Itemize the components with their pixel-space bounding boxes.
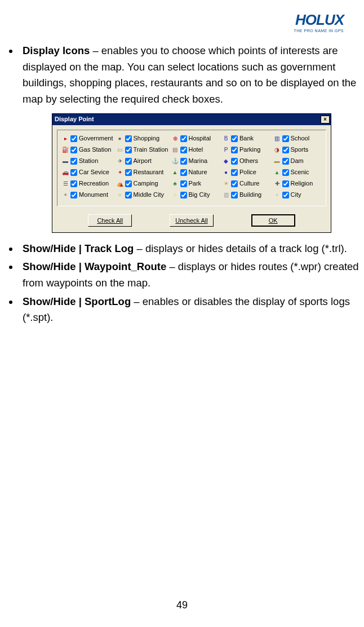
poi-checkbox[interactable] [282, 158, 289, 165]
poi-checkbox[interactable] [231, 180, 238, 187]
poi-checkbox[interactable] [231, 169, 238, 176]
poi-checkbox[interactable] [125, 192, 132, 198]
poi-item: ○Big City [172, 190, 220, 200]
poi-icon: ● [223, 169, 229, 176]
dialog-title: Display Point [55, 114, 94, 124]
poi-icon: B [223, 135, 229, 142]
poi-item: ●Shopping [117, 134, 168, 144]
poi-icon: ✚ [274, 180, 281, 187]
poi-icon: ▲ [172, 169, 179, 176]
poi-label: Police [239, 167, 256, 177]
poi-checkbox[interactable] [282, 147, 289, 153]
poi-item: ○Middle City [117, 190, 168, 200]
poi-item: ✚Religion [274, 179, 322, 189]
poi-icon: ☰ [62, 180, 69, 187]
poi-checkbox[interactable] [180, 180, 187, 187]
logo-text: HOLUX [3, 11, 344, 29]
poi-item: ✈Airport [117, 156, 168, 166]
poi-checkbox[interactable] [282, 192, 289, 198]
poi-item: ▲Nature [172, 167, 220, 178]
poi-checkbox[interactable] [70, 180, 77, 187]
page-number: 49 [0, 599, 364, 611]
poi-checkbox[interactable] [282, 169, 289, 176]
feature-list: Display Icons – enables you to choose wh… [3, 43, 361, 326]
poi-checkbox[interactable] [70, 158, 77, 165]
poi-label: Religion [291, 179, 313, 188]
poi-label: Shopping [134, 134, 160, 143]
dialog-screenshot: Display Point × ▸Government●Shopping⊕Hos… [23, 113, 361, 233]
poi-checkbox[interactable] [231, 158, 238, 165]
poi-item: ▫City [274, 190, 322, 200]
poi-item: ◑Sports [274, 145, 322, 155]
poi-checkbox[interactable] [282, 180, 289, 187]
poi-item: ▲Scenic [274, 167, 322, 178]
close-icon[interactable]: × [321, 116, 330, 123]
poi-label: Park [189, 179, 202, 188]
uncheck-all-button[interactable]: Uncheck All [170, 214, 214, 227]
poi-item: ▤Hotel [172, 145, 220, 155]
poi-item: ▬Station [62, 156, 113, 166]
poi-icon: ◑ [274, 147, 281, 153]
poi-checkbox[interactable] [180, 147, 187, 153]
poi-label: Car Sevice [79, 167, 109, 177]
poi-checkbox[interactable] [70, 192, 77, 198]
poi-checkbox[interactable] [180, 135, 187, 142]
poi-icon: ✦ [62, 192, 69, 198]
poi-label: Others [239, 156, 258, 166]
poi-icon: ▬ [274, 158, 281, 165]
poi-item: ▬Dam [274, 156, 322, 166]
poi-label: Train Station [134, 145, 168, 154]
poi-checkbox[interactable] [180, 169, 187, 176]
poi-label: School [291, 134, 310, 143]
poi-checkbox[interactable] [282, 135, 289, 142]
poi-label: Sports [291, 145, 309, 154]
poi-label: Big City [189, 190, 210, 200]
poi-item: ☀Culture [223, 179, 270, 189]
poi-label: Scenic [291, 167, 309, 177]
poi-icon: ☀ [223, 180, 229, 187]
list-item: Show/Hide | SportLog – enables or disabl… [19, 294, 361, 326]
poi-checkbox[interactable] [70, 135, 77, 142]
poi-label: Culture [239, 179, 259, 188]
poi-label: Hospital [189, 134, 211, 143]
poi-checkbox[interactable] [125, 180, 132, 187]
poi-icon: ▥ [274, 135, 281, 142]
poi-icon: ⛽ [62, 147, 69, 153]
poi-checkbox[interactable] [125, 158, 132, 165]
poi-checkbox[interactable] [231, 135, 238, 142]
poi-label: Building [239, 190, 261, 200]
poi-checkbox[interactable] [231, 147, 238, 153]
poi-checkbox[interactable] [125, 169, 132, 176]
list-item: Show/Hide | Waypoint_Route – displays or… [19, 259, 361, 291]
poi-checkbox[interactable] [70, 169, 77, 176]
poi-icon: ⊕ [172, 135, 179, 142]
list-item: Show/Hide | Track Log – displays or hide… [19, 241, 361, 257]
poi-checkbox[interactable] [125, 147, 132, 153]
poi-icon: ● [117, 135, 123, 142]
poi-checkbox[interactable] [70, 147, 77, 153]
check-all-button[interactable]: Check All [88, 214, 132, 227]
poi-icon: 🚗 [62, 169, 69, 176]
poi-icon: ▥ [223, 192, 229, 198]
poi-item: ▸Government [62, 134, 113, 144]
poi-item: ●Police [223, 167, 270, 178]
poi-label: Government [79, 134, 113, 143]
poi-item: ▭Train Station [117, 145, 168, 155]
poi-item: ◆Others [223, 156, 270, 166]
dialog-buttons: Check All Uncheck All OK [52, 211, 331, 232]
ok-button[interactable]: OK [251, 214, 295, 227]
poi-checkbox[interactable] [231, 192, 238, 198]
poi-icon: ▬ [62, 158, 69, 165]
poi-checkbox[interactable] [180, 192, 187, 198]
poi-checkbox[interactable] [180, 158, 187, 165]
poi-label: Recreation [79, 179, 109, 188]
poi-item: ⛽Gas Station [62, 145, 113, 155]
poi-label: Bank [239, 134, 254, 143]
poi-label: Gas Station [79, 145, 111, 154]
poi-icon: ▭ [117, 147, 123, 153]
poi-item: ⚓Marina [172, 156, 220, 166]
poi-item: ▥School [274, 134, 322, 144]
poi-label: Hotel [189, 145, 203, 154]
poi-checkbox[interactable] [125, 135, 132, 142]
poi-icon: ◆ [223, 158, 229, 165]
